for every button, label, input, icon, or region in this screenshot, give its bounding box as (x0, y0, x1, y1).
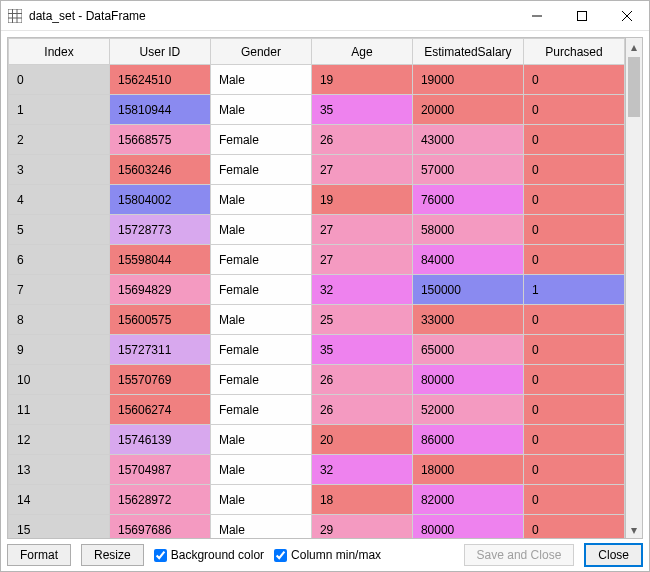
table-row[interactable]: 315603246Female27570000 (9, 155, 625, 185)
close-button[interactable]: Close (584, 543, 643, 567)
cell-purchased[interactable]: 0 (523, 245, 624, 275)
table-row[interactable]: 1015570769Female26800000 (9, 365, 625, 395)
cell-gender[interactable]: Male (210, 215, 311, 245)
table-row[interactable]: 515728773Male27580000 (9, 215, 625, 245)
cell-gender[interactable]: Male (210, 485, 311, 515)
minimize-button[interactable] (514, 1, 559, 31)
cell-salary[interactable]: 80000 (412, 515, 523, 539)
table-row[interactable]: 415804002Male19760000 (9, 185, 625, 215)
cell-gender[interactable]: Female (210, 155, 311, 185)
cell-salary[interactable]: 20000 (412, 95, 523, 125)
cell-index[interactable]: 2 (9, 125, 110, 155)
cell-age[interactable]: 26 (311, 395, 412, 425)
cell-purchased[interactable]: 0 (523, 305, 624, 335)
col-header-index[interactable]: Index (9, 39, 110, 65)
table-row[interactable]: 215668575Female26430000 (9, 125, 625, 155)
cell-gender[interactable]: Female (210, 275, 311, 305)
cell-userid[interactable]: 15628972 (109, 485, 210, 515)
cell-purchased[interactable]: 0 (523, 65, 624, 95)
col-header-gender[interactable]: Gender (210, 39, 311, 65)
cell-purchased[interactable]: 0 (523, 125, 624, 155)
cell-age[interactable]: 35 (311, 95, 412, 125)
cell-userid[interactable]: 15598044 (109, 245, 210, 275)
cell-gender[interactable]: Male (210, 185, 311, 215)
cell-salary[interactable]: 19000 (412, 65, 523, 95)
cell-userid[interactable]: 15804002 (109, 185, 210, 215)
cell-userid[interactable]: 15697686 (109, 515, 210, 539)
cell-purchased[interactable]: 0 (523, 215, 624, 245)
cell-salary[interactable]: 65000 (412, 335, 523, 365)
minmax-checkbox-input[interactable] (274, 549, 287, 562)
cell-purchased[interactable]: 0 (523, 485, 624, 515)
table-row[interactable]: 1115606274Female26520000 (9, 395, 625, 425)
cell-purchased[interactable]: 0 (523, 425, 624, 455)
cell-userid[interactable]: 15694829 (109, 275, 210, 305)
format-button[interactable]: Format (7, 544, 71, 566)
cell-purchased[interactable]: 0 (523, 515, 624, 539)
cell-salary[interactable]: 18000 (412, 455, 523, 485)
scroll-thumb[interactable] (628, 57, 640, 117)
scroll-track[interactable] (626, 55, 642, 521)
cell-salary[interactable]: 86000 (412, 425, 523, 455)
cell-index[interactable]: 10 (9, 365, 110, 395)
table-row[interactable]: 1515697686Male29800000 (9, 515, 625, 539)
col-header-salary[interactable]: EstimatedSalary (412, 39, 523, 65)
cell-age[interactable]: 18 (311, 485, 412, 515)
cell-userid[interactable]: 15746139 (109, 425, 210, 455)
cell-purchased[interactable]: 0 (523, 335, 624, 365)
col-header-age[interactable]: Age (311, 39, 412, 65)
cell-userid[interactable]: 15810944 (109, 95, 210, 125)
cell-age[interactable]: 29 (311, 515, 412, 539)
cell-index[interactable]: 14 (9, 485, 110, 515)
table-row[interactable]: 915727311Female35650000 (9, 335, 625, 365)
cell-age[interactable]: 25 (311, 305, 412, 335)
cell-salary[interactable]: 150000 (412, 275, 523, 305)
minmax-checkbox[interactable]: Column min/max (274, 548, 381, 562)
cell-gender[interactable]: Female (210, 335, 311, 365)
cell-userid[interactable]: 15600575 (109, 305, 210, 335)
cell-gender[interactable]: Male (210, 305, 311, 335)
cell-userid[interactable]: 15727311 (109, 335, 210, 365)
cell-gender[interactable]: Male (210, 425, 311, 455)
cell-salary[interactable]: 76000 (412, 185, 523, 215)
cell-salary[interactable]: 43000 (412, 125, 523, 155)
cell-gender[interactable]: Male (210, 455, 311, 485)
cell-index[interactable]: 6 (9, 245, 110, 275)
table-row[interactable]: 615598044Female27840000 (9, 245, 625, 275)
cell-gender[interactable]: Female (210, 125, 311, 155)
cell-age[interactable]: 26 (311, 365, 412, 395)
cell-age[interactable]: 19 (311, 65, 412, 95)
scroll-up-arrow-icon[interactable]: ▴ (626, 38, 642, 55)
cell-userid[interactable]: 15728773 (109, 215, 210, 245)
cell-salary[interactable]: 80000 (412, 365, 523, 395)
cell-age[interactable]: 19 (311, 185, 412, 215)
cell-salary[interactable]: 58000 (412, 215, 523, 245)
col-header-purchased[interactable]: Purchased (523, 39, 624, 65)
cell-gender[interactable]: Male (210, 65, 311, 95)
cell-index[interactable]: 11 (9, 395, 110, 425)
bgcolor-checkbox[interactable]: Background color (154, 548, 264, 562)
vertical-scrollbar[interactable]: ▴ ▾ (626, 37, 643, 539)
cell-salary[interactable]: 52000 (412, 395, 523, 425)
cell-age[interactable]: 27 (311, 215, 412, 245)
cell-age[interactable]: 35 (311, 335, 412, 365)
cell-purchased[interactable]: 0 (523, 455, 624, 485)
table-row[interactable]: 1415628972Male18820000 (9, 485, 625, 515)
table-row[interactable]: 715694829Female321500001 (9, 275, 625, 305)
cell-userid[interactable]: 15603246 (109, 155, 210, 185)
cell-salary[interactable]: 33000 (412, 305, 523, 335)
cell-salary[interactable]: 57000 (412, 155, 523, 185)
cell-index[interactable]: 15 (9, 515, 110, 539)
cell-index[interactable]: 1 (9, 95, 110, 125)
cell-purchased[interactable]: 0 (523, 395, 624, 425)
cell-index[interactable]: 12 (9, 425, 110, 455)
cell-age[interactable]: 20 (311, 425, 412, 455)
cell-purchased[interactable]: 0 (523, 155, 624, 185)
cell-salary[interactable]: 82000 (412, 485, 523, 515)
cell-age[interactable]: 27 (311, 245, 412, 275)
cell-index[interactable]: 3 (9, 155, 110, 185)
cell-index[interactable]: 4 (9, 185, 110, 215)
cell-index[interactable]: 5 (9, 215, 110, 245)
table-row[interactable]: 015624510Male19190000 (9, 65, 625, 95)
cell-salary[interactable]: 84000 (412, 245, 523, 275)
